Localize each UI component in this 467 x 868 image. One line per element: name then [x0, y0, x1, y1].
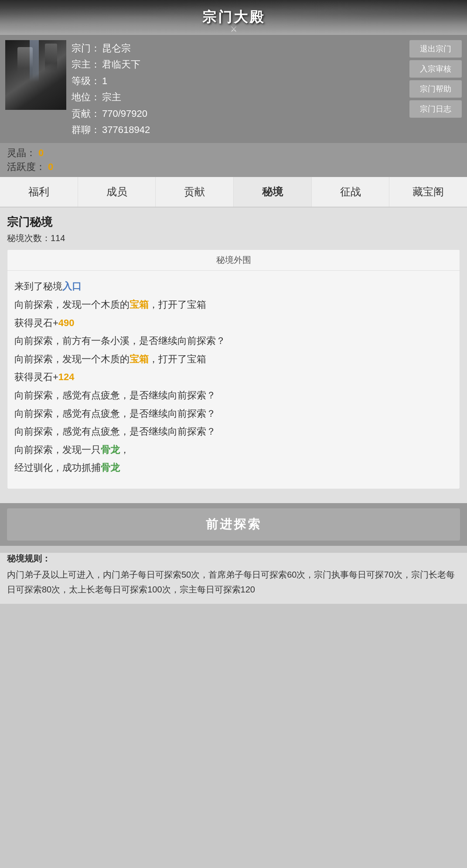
realm-box-header: 秘境外围	[7, 250, 460, 271]
tab-members[interactable]: 成员	[78, 177, 156, 207]
guild-level-line: 等级： 1	[72, 73, 404, 89]
realm-section-title: 宗门秘境	[7, 214, 460, 230]
log-text-2: 获得灵石+	[14, 317, 58, 328]
log-text-1: 向前探索，发现一个木质的	[14, 299, 130, 310]
tab-welfare[interactable]: 福利	[0, 177, 78, 207]
quit-guild-button[interactable]: 退出宗门	[409, 40, 462, 58]
realm-box: 秘境外围 来到了秘境入口 向前探索，发现一个木质的宝箱，打开了宝箱 获得灵石+4…	[7, 249, 460, 489]
guild-position-value: 宗主	[102, 89, 121, 105]
activity-line: 活跃度： 0	[7, 160, 460, 174]
explore-button-container: 前进探索	[0, 503, 467, 546]
activity-value: 0	[48, 161, 53, 173]
log-entry-5: 获得灵石+124	[14, 368, 453, 386]
guild-chat-line: 群聊： 377618942	[72, 122, 404, 138]
realm-log: 来到了秘境入口 向前探索，发现一个木质的宝箱，打开了宝箱 获得灵石+490 向前…	[7, 271, 460, 489]
guild-name-value: 昆仑宗	[102, 40, 131, 56]
log-suffix-1: ，打开了宝箱	[149, 299, 206, 310]
guild-position-line: 地位： 宗主	[72, 89, 404, 105]
guild-master-label: 宗主：	[72, 56, 100, 72]
tab-bar: 福利 成员 贡献 秘境 征战 藏宝阁	[0, 177, 467, 208]
guild-position-label: 地位：	[72, 89, 100, 105]
log-highlight-1: 宝箱	[130, 299, 149, 310]
log-highlight-2: 490	[58, 317, 75, 328]
rules-text: 内门弟子及以上可进入，内门弟子每日可探索50次，首席弟子每日可探索60次，宗门执…	[7, 567, 460, 597]
log-entry-0: 来到了秘境入口	[14, 278, 453, 295]
log-text-0: 来到了秘境	[14, 281, 62, 292]
explore-button[interactable]: 前进探索	[7, 508, 460, 541]
realm-count: 秘境次数：114	[7, 232, 460, 244]
guild-level-value: 1	[102, 73, 107, 89]
log-entry-4: 向前探索，发现一个木质的宝箱，打开了宝箱	[14, 351, 453, 368]
log-button[interactable]: 宗门日志	[409, 100, 462, 118]
guild-chat-value: 377618942	[102, 122, 150, 138]
crystal-value: 0	[38, 147, 44, 159]
tab-realm[interactable]: 秘境	[234, 177, 312, 207]
log-text-5: 获得灵石+	[14, 371, 58, 382]
guild-contribution-value: 770/97920	[102, 106, 147, 122]
guild-name-label: 宗门：	[72, 40, 100, 56]
realm-count-value: 114	[51, 233, 65, 243]
log-suffix-4: ，打开了宝箱	[149, 354, 206, 364]
main-content: 宗门秘境 秘境次数：114 秘境外围 来到了秘境入口 向前探索，发现一个木质的宝…	[0, 208, 467, 503]
page-title: 宗门大殿	[202, 8, 265, 27]
log-highlight-10: 骨龙	[101, 462, 120, 473]
crystal-label: 灵晶：	[7, 146, 36, 160]
log-highlight-5: 124	[58, 371, 75, 382]
tab-treasury[interactable]: 藏宝阁	[389, 177, 467, 207]
realm-count-label: 秘境次数：	[7, 233, 51, 243]
guild-level-label: 等级：	[72, 73, 100, 89]
log-entry-8: 向前探索，感觉有点疲惫，是否继续向前探索？	[14, 423, 453, 440]
log-suffix-9: ，	[120, 444, 130, 455]
log-text-10: 经过驯化，成功抓捕	[14, 462, 101, 473]
tab-battle[interactable]: 征战	[312, 177, 390, 207]
guild-master-value: 君临天下	[102, 56, 140, 72]
rules-section: 秘境规则： 内门弟子及以上可进入，内门弟子每日可探索50次，首席弟子每日可探索6…	[0, 553, 467, 604]
stats-bar: 灵晶： 0 活跃度： 0	[0, 143, 467, 177]
log-text-4: 向前探索，发现一个木质的	[14, 354, 130, 364]
guild-chat-label: 群聊：	[72, 122, 100, 138]
log-entry-2: 获得灵石+490	[14, 314, 453, 332]
log-highlight-9: 骨龙	[101, 444, 120, 455]
log-highlight-4: 宝箱	[130, 354, 149, 364]
review-button[interactable]: 入宗审核	[409, 60, 462, 78]
log-suffix-0: 入口	[62, 281, 82, 292]
activity-label: 活跃度：	[7, 160, 45, 174]
action-buttons: 退出宗门 入宗审核 宗门帮助 宗门日志	[409, 40, 462, 138]
help-button[interactable]: 宗门帮助	[409, 80, 462, 98]
log-entry-6: 向前探索，感觉有点疲惫，是否继续向前探索？	[14, 387, 453, 404]
guild-details: 宗门： 昆仑宗 宗主： 君临天下 等级： 1 地位： 宗主 贡献： 770/97…	[72, 40, 404, 138]
guild-info-section: 宗门： 昆仑宗 宗主： 君临天下 等级： 1 地位： 宗主 贡献： 770/97…	[0, 35, 467, 143]
log-entry-1: 向前探索，发现一个木质的宝箱，打开了宝箱	[14, 296, 453, 313]
log-entry-9: 向前探索，发现一只骨龙，	[14, 441, 453, 459]
tab-contribution[interactable]: 贡献	[156, 177, 234, 207]
log-text-9: 向前探索，发现一只	[14, 444, 101, 455]
log-entry-7: 向前探索，感觉有点疲惫，是否继续向前探索？	[14, 405, 453, 422]
log-entry-10: 经过驯化，成功抓捕骨龙	[14, 459, 453, 477]
guild-master-line: 宗主： 君临天下	[72, 56, 404, 72]
guild-contribution-label: 贡献：	[72, 106, 100, 122]
guild-avatar	[5, 40, 66, 110]
rules-title: 秘境规则：	[7, 553, 460, 565]
guild-name-line: 宗门： 昆仑宗	[72, 40, 404, 56]
crystal-line: 灵晶： 0	[7, 146, 460, 160]
log-entry-3: 向前探索，前方有一条小溪，是否继续向前探索？	[14, 332, 453, 350]
header-banner: 宗门大殿 ⚔	[0, 0, 467, 35]
guild-contribution-line: 贡献： 770/97920	[72, 106, 404, 122]
